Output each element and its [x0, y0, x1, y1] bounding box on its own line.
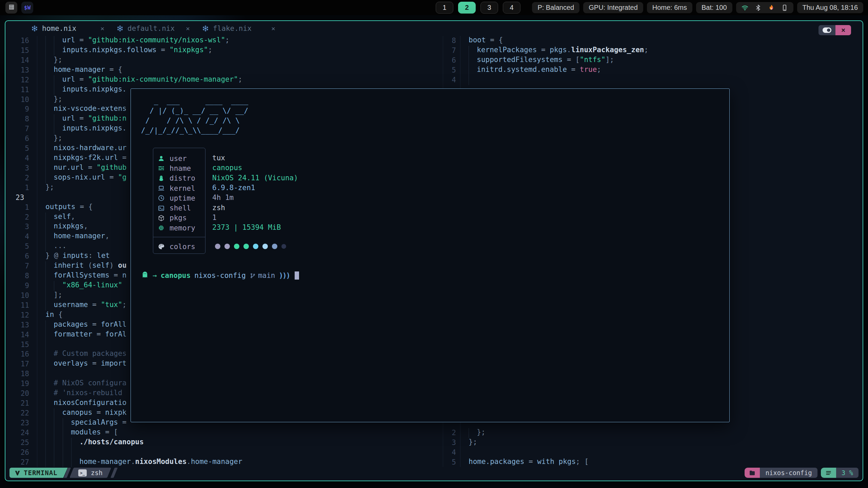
- indent-guides: [45, 389, 54, 399]
- line-number: 4: [440, 75, 456, 85]
- fastfetch-value-distro: NixOS 24.11 (Vicuna): [212, 173, 298, 183]
- code-line: nix-vscode-extens: [45, 104, 126, 114]
- indent-guides: [45, 458, 79, 467]
- indent-guides: [45, 340, 54, 350]
- phone-icon[interactable]: [781, 4, 788, 12]
- git-branch-icon: [250, 272, 256, 279]
- tab-label: default.nix: [127, 24, 176, 33]
- tab-flake.nix[interactable]: flake.nix×: [197, 21, 283, 36]
- fastfetch-divider: [153, 237, 205, 237]
- indent-guides: [45, 291, 54, 301]
- vim-icon: [14, 470, 21, 476]
- tab-close-icon[interactable]: ×: [186, 24, 190, 33]
- tab-close-icon[interactable]: ×: [100, 24, 104, 33]
- nix-snowflake-icon: [117, 25, 123, 32]
- indent-guides: [45, 349, 54, 359]
- indent-guides: [45, 56, 54, 65]
- code-line: home-manager = {: [45, 65, 122, 75]
- fastfetch-label: hname: [170, 164, 191, 172]
- fastfetch-label: pkgs: [170, 214, 187, 222]
- prompt-repo: nixos-config: [194, 271, 246, 280]
- workspace-switcher: 1234: [436, 2, 520, 14]
- fastfetch-row-user: user: [153, 154, 205, 163]
- fastfetch-row-uptime: uptime: [153, 193, 205, 203]
- fastfetch-row-hname: hname: [153, 163, 205, 173]
- code-line: nixpkgs,: [45, 222, 88, 232]
- floating-terminal: _ ___ ____ ____ / |/ (_)_ __/ __ \/ __/ …: [131, 88, 730, 422]
- indent-guides: [469, 56, 477, 65]
- indent-guides: [45, 134, 54, 144]
- code-line: home.packages = with pkgs; [: [469, 458, 589, 467]
- window-close-button[interactable]: ×: [835, 25, 851, 35]
- terminal-color-dots: [215, 241, 286, 251]
- indent-guides: [45, 359, 54, 369]
- line-number: 3: [14, 163, 29, 173]
- code-line: ./hosts/canopus: [45, 438, 144, 448]
- shell-tab[interactable]: >_ zsh: [69, 468, 111, 478]
- indent-guides: [45, 104, 54, 114]
- indent-guides: [45, 212, 54, 222]
- window-toggle-switch[interactable]: [818, 25, 835, 35]
- line-number: 9: [14, 104, 29, 114]
- launcher-group: $W: [5, 2, 33, 14]
- code-line: nixpkgs-f2k.url =: [45, 154, 126, 163]
- workspace-button-2[interactable]: 2: [458, 2, 476, 14]
- indent-guides: [45, 65, 54, 75]
- clock-pill[interactable]: Thu Aug 08, 18:16: [797, 2, 863, 13]
- wm-logo-button[interactable]: $W: [21, 2, 33, 14]
- fastfetch-value-uptime: 4h 1m: [212, 193, 234, 203]
- wifi-icon[interactable]: [741, 4, 749, 12]
- indent-guides: [469, 75, 477, 85]
- toggle-knob-icon: [823, 27, 831, 33]
- status-pill-0[interactable]: P: Balanced: [532, 2, 579, 13]
- fastfetch-label: shell: [170, 204, 191, 212]
- bluetooth-icon[interactable]: [754, 4, 762, 12]
- code-line: initrd.systemd.enable = true;: [469, 65, 601, 75]
- status-pill-label: Bat: 100: [702, 4, 727, 12]
- line-number: 6: [14, 251, 29, 261]
- status-pill-2[interactable]: Home: 6ms: [647, 2, 692, 13]
- status-pill-1[interactable]: GPU: Integrated: [583, 2, 643, 13]
- prompt-chevrons: ))): [279, 271, 290, 280]
- color-dot: [272, 244, 277, 249]
- code-line: };: [45, 134, 62, 144]
- tab-bar: home.nix×default.nix×flake.nix×: [5, 21, 863, 36]
- indent-guides: [45, 320, 54, 330]
- code-line: outputs = {: [45, 203, 93, 212]
- indent-guides: [45, 232, 54, 242]
- clock-icon: [158, 195, 165, 202]
- code-line: specialArgs =: [45, 418, 126, 428]
- indent-guides: [45, 399, 54, 408]
- fastfetch-value-user: tux: [212, 153, 225, 163]
- indent-guides: [45, 114, 62, 124]
- line-number: 5: [440, 65, 456, 75]
- line-number: 1: [14, 203, 29, 212]
- workspace-button-3[interactable]: 3: [480, 2, 498, 14]
- color-dot: [215, 244, 220, 249]
- tab-default.nix[interactable]: default.nix×: [112, 21, 197, 36]
- code-line: [45, 448, 79, 458]
- flame-icon[interactable]: [768, 4, 775, 12]
- indent-guides: [45, 242, 54, 251]
- user-icon: [158, 155, 165, 162]
- left-gutter-separator: [37, 36, 37, 467]
- line-number: 22: [14, 408, 29, 418]
- tab-close-icon[interactable]: ×: [271, 24, 275, 33]
- fastfetch-row-distro: distro: [153, 174, 205, 183]
- tab-home.nix[interactable]: home.nix×: [26, 21, 112, 36]
- indent-guides: [45, 379, 54, 389]
- app-launcher-button[interactable]: [5, 2, 17, 14]
- workspace-button-4[interactable]: 4: [503, 2, 520, 14]
- shell-prompt-line[interactable]: → canopus nixos-config main ))): [141, 270, 299, 281]
- code-line: [45, 340, 54, 350]
- status-pill-3[interactable]: Bat: 100: [696, 2, 732, 13]
- editor-statusbar: TERMINAL >_ zsh nixos-config 3 %: [5, 467, 863, 479]
- line-number: 1: [14, 183, 29, 193]
- fastfetch-box: userhnamedistrokerneluptimeshellpkgsmemo…: [153, 148, 205, 254]
- indent-guides: [45, 408, 62, 418]
- code-line: nur.url = "github: [45, 163, 126, 173]
- code-line: packages = forAll: [45, 320, 126, 330]
- workspace-button-1[interactable]: 1: [436, 2, 453, 14]
- clock-label: Thu Aug 08, 18:16: [803, 4, 858, 12]
- lines-icon: [825, 469, 832, 476]
